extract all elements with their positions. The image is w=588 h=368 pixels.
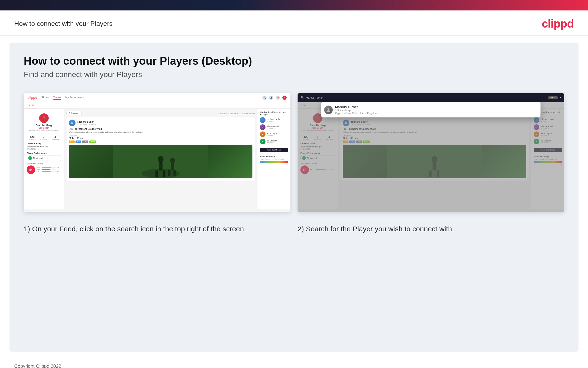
heatmap-section-1: Team Heatmap Player Quality - 20 Round T… — [260, 156, 288, 165]
player-info-hp: Hiral Pujara Activities: 3 — [267, 132, 278, 137]
following-btn-1[interactable]: Following ▾ — [67, 111, 82, 115]
search-clear-button[interactable]: CLEAR — [548, 96, 558, 99]
profile-club-1: Mill Ride Golf Club, United Kingdom — [26, 129, 61, 131]
player-info-pp: Piers Parnell Activities: 4 — [267, 125, 279, 129]
main-content: How to connect with your Players (Deskto… — [9, 43, 579, 352]
quality-row-1: 84 OTT 79 APP 70 — [26, 166, 61, 174]
svg-rect-7 — [171, 163, 174, 170]
activity-card-1: R Richard Butler Yesterday - The Grove P… — [67, 117, 255, 181]
activity-avatar-rb: R — [69, 120, 76, 126]
control-link-1[interactable]: Control who can see your activity and da… — [219, 112, 255, 114]
app-nav-items-1: Home Teams My Performance — [42, 96, 258, 100]
activity-header-1: R Richard Butler Yesterday - The Grove — [69, 120, 253, 126]
tag-arg: ARG — [82, 140, 88, 143]
feed-tab-row: Feed — [24, 102, 290, 109]
search-result-info-mt: Marcus Turner 1-5 Handicap Cypress Point… — [335, 105, 377, 115]
panel-2: clippd Home Teams My Performance 🔍 👤 ⚙ B — [298, 93, 564, 212]
search-icon-overlay: 🔍 — [300, 96, 304, 99]
search-result-handicap-mt: 1-5 Handicap — [335, 109, 377, 112]
svg-rect-4 — [156, 170, 158, 177]
player-select-1[interactable]: Eli Vincent ▾ — [26, 155, 61, 161]
profile-role-1: Golf Coach — [26, 127, 61, 129]
active-player-pp: P Piers Parnell Activities: 4 — [260, 124, 288, 130]
person-icon-1[interactable]: 👤 — [269, 96, 273, 100]
following-row-1: Following ▾ Control who can see your act… — [67, 111, 255, 115]
player-info-ev: Eli Vincent Activities: 1 — [267, 139, 277, 144]
heatmap-title-1: Team Heatmap — [260, 156, 288, 158]
profile-area-1: B Blair McHarg Golf Coach Mill Ride Golf… — [26, 111, 61, 133]
active-player-ev: E Eli Vincent Activities: 1 — [260, 138, 288, 144]
panel-1: clippd Home Teams My Performance 🔍 👤 ⚙ B — [24, 93, 290, 212]
team-dashboard-btn-1[interactable]: Team Dashboard — [260, 148, 288, 152]
svg-rect-8 — [168, 170, 170, 176]
avatar-hp: H — [260, 131, 265, 137]
heatmap-bar-1 — [260, 161, 288, 163]
feed-tab-1[interactable]: Feed — [24, 102, 37, 108]
quality-label-1: Total Player Quality — [26, 162, 61, 165]
search-bar-overlay: 🔍 Marcus Turner CLEAR × — [298, 93, 564, 102]
active-player-rb: R Richard Butler Activities: 7 — [260, 117, 288, 123]
top-bar — [0, 0, 588, 10]
app-left-1: B Blair McHarg Golf Coach Mill Ride Golf… — [24, 109, 64, 210]
duration-val-1: 02 hr : 00 min — [69, 137, 84, 139]
copyright-text: Copyright Clippd 2022 — [14, 363, 61, 368]
app-right-1: Most Active Players - Last 30 days R Ric… — [257, 109, 290, 210]
quality-circle-1: 84 — [26, 166, 35, 174]
tag-app: APP — [76, 140, 81, 143]
activity-duration-row: Duration 02 hr : 00 min — [69, 135, 253, 139]
nav-home-1[interactable]: Home — [42, 96, 49, 100]
svg-point-2 — [158, 156, 164, 163]
stat-activities-1: 129 Activities — [29, 135, 36, 140]
app-screenshot-2: clippd Home Teams My Performance 🔍 👤 ⚙ B — [298, 93, 564, 212]
stat-following-1: 4 Following — [52, 135, 59, 140]
nav-performance-1[interactable]: My Performance — [65, 96, 85, 100]
nav-teams-1[interactable]: Teams — [53, 96, 61, 100]
active-player-hp: H Hiral Pujara Activities: 3 — [260, 131, 288, 137]
page-title: How to connect with your Players — [14, 20, 113, 28]
bar-ott-1: OTT 79 — [36, 167, 61, 168]
stat-followers-1: 3 Followers — [40, 135, 47, 140]
search-input-display[interactable]: Marcus Turner — [306, 96, 546, 99]
caption-1: 1) On your Feed, click on the search ico… — [24, 224, 290, 234]
profile-name-1: Blair McHarg — [26, 124, 61, 127]
svg-rect-9 — [174, 170, 176, 176]
search-result-dropdown: Marcus Turner 1-5 Handicap Cypress Point… — [321, 102, 541, 118]
svg-rect-3 — [159, 162, 163, 170]
settings-icon-1[interactable]: ⚙ — [276, 96, 280, 100]
caption-1-num: 1) — [24, 225, 30, 233]
logo: clippd — [542, 17, 574, 30]
search-result-avatar-mt — [324, 106, 333, 114]
tag-ott: OTT — [69, 140, 75, 143]
player-performance-title-left: Player Performance — [26, 152, 61, 154]
app-main-1: B Blair McHarg Golf Coach Mill Ride Golf… — [24, 109, 290, 210]
avatar-icon-1[interactable]: B — [282, 96, 287, 100]
latest-activity-label: Latest Activity — [26, 142, 61, 145]
avatar-ev: E — [260, 138, 265, 144]
app-logo-1: clippd — [27, 96, 37, 100]
avatar-pp: P — [260, 124, 265, 130]
footer: Copyright Clippd 2022 — [0, 359, 588, 368]
bar-rows-1: OTT 79 APP 70 ARG — [36, 167, 61, 173]
search-result-item-mt[interactable]: Marcus Turner 1-5 Handicap Cypress Point… — [324, 105, 538, 115]
app-center-1: Following ▾ Control who can see your act… — [64, 109, 257, 210]
captions-row: 1) On your Feed, click on the search ico… — [24, 224, 564, 234]
caption-2-text: Search for the Player you wish to connec… — [306, 225, 454, 233]
search-icon-1[interactable]: 🔍 — [263, 96, 267, 100]
app-nav-icons-1: 🔍 👤 ⚙ B — [263, 96, 287, 100]
app-screenshot-1: clippd Home Teams My Performance 🔍 👤 ⚙ B — [24, 93, 290, 212]
golf-image-1 — [69, 145, 253, 178]
svg-rect-5 — [163, 170, 166, 177]
bar-app-1: APP 70 — [36, 169, 61, 170]
caption-2: 2) Search for the Player you wish to con… — [298, 224, 564, 234]
activity-person-info: Richard Butler Yesterday - The Grove — [77, 120, 97, 125]
search-result-location-mt: Cypress Point Club, United Kingdom — [335, 112, 377, 115]
activity-desc-1: Walking the course with my coach to buil… — [69, 131, 253, 133]
heatmap-labels-1: -5 +5 — [260, 164, 288, 165]
search-close-button[interactable]: × — [560, 96, 562, 100]
shot-tags-1: OTT APP ARG PUTT — [69, 140, 253, 143]
caption-2-num: 2) — [298, 225, 304, 233]
latest-activity-date: 27 Jul 2022 — [26, 148, 61, 150]
header: How to connect with your Players clippd — [0, 10, 588, 36]
caption-1-text: On your Feed, click on the search icon i… — [32, 225, 246, 233]
panels-row: clippd Home Teams My Performance 🔍 👤 ⚙ B — [24, 93, 564, 212]
